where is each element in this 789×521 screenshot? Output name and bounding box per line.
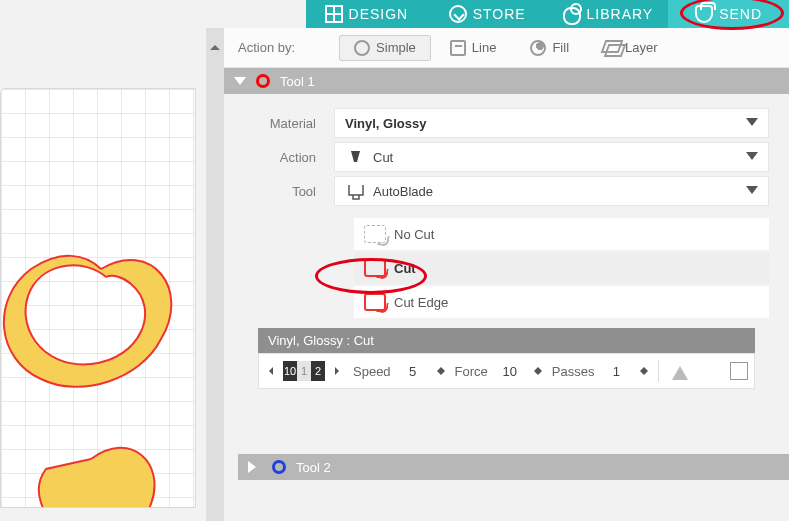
- divider: [658, 360, 659, 382]
- autoblade-icon: [345, 182, 367, 200]
- blade-next-icon[interactable]: [335, 367, 343, 375]
- seg-label: Line: [472, 40, 497, 55]
- passes-label: Passes: [552, 364, 595, 379]
- design-canvas[interactable]: [0, 88, 196, 508]
- force-label: Force: [455, 364, 488, 379]
- tab-label: LIBRARY: [587, 6, 654, 22]
- seg-label: Layer: [625, 40, 658, 55]
- tool2-title: Tool 2: [296, 460, 331, 475]
- blade-depth[interactable]: 10 1 2: [283, 361, 325, 381]
- speed-value[interactable]: 5: [399, 364, 427, 379]
- option-no-cut[interactable]: No Cut: [354, 218, 769, 250]
- tab-send[interactable]: SEND: [668, 0, 789, 28]
- tool-value: AutoBlade: [373, 184, 433, 199]
- tab-store[interactable]: STORE: [427, 0, 548, 28]
- material-value: Vinyl, Glossy: [345, 116, 426, 131]
- tool-color-icon: [272, 460, 286, 474]
- action-by-line[interactable]: Line: [435, 35, 512, 61]
- settings-bar: 10 1 2 Speed 5 Force 10 Passes 1: [258, 353, 755, 389]
- blade-seg: 10: [283, 361, 297, 381]
- tab-label: STORE: [473, 6, 526, 22]
- caret-up-icon: [534, 363, 542, 371]
- action-dropdown[interactable]: Cut: [334, 142, 769, 172]
- grid-icon: [325, 5, 343, 23]
- caret-up-icon: [640, 363, 648, 371]
- tool1-title: Tool 1: [280, 74, 315, 89]
- option-label: Cut Edge: [394, 295, 448, 310]
- speed-label: Speed: [353, 364, 391, 379]
- action-by-simple[interactable]: Simple: [339, 35, 431, 61]
- tab-design[interactable]: DESIGN: [306, 0, 427, 28]
- action-by-bar: Action by: Simple Line Fill Layer: [224, 28, 789, 68]
- caret-down-icon: [640, 371, 648, 379]
- blade-seg: 2: [311, 361, 325, 381]
- tool1-section: Material Vinyl, Glossy Action Cut Tool A…: [224, 94, 789, 393]
- action-by-fill[interactable]: Fill: [515, 35, 584, 61]
- line-icon: [450, 40, 466, 56]
- tool-dropdown[interactable]: AutoBlade: [334, 176, 769, 206]
- action-label: Action: [244, 150, 334, 165]
- passes-stepper[interactable]: [640, 363, 648, 379]
- tool1-header[interactable]: Tool 1: [224, 68, 789, 94]
- seg-label: Fill: [552, 40, 569, 55]
- tool-row: Tool AutoBlade: [244, 174, 769, 208]
- option-label: Cut: [394, 261, 416, 276]
- panel-gutter[interactable]: [206, 28, 224, 521]
- layer-icon: [603, 40, 619, 56]
- blade-prev-icon[interactable]: [265, 367, 273, 375]
- force-param: Force 10: [455, 363, 542, 379]
- tool-label: Tool: [244, 184, 334, 199]
- fill-icon: [530, 40, 546, 56]
- settings-title: Vinyl, Glossy : Cut: [258, 328, 755, 353]
- material-label: Material: [244, 116, 334, 131]
- force-stepper[interactable]: [534, 363, 542, 379]
- caret-up-icon: [437, 363, 445, 371]
- line-preview-icon[interactable]: [669, 362, 691, 380]
- tool-color-icon: [256, 74, 270, 88]
- caret-down-icon: [437, 371, 445, 379]
- speed-param: Speed 5: [353, 363, 445, 379]
- tool2-wrap: Tool 2: [238, 454, 789, 480]
- blade-seg: 1: [297, 361, 311, 381]
- send-icon: [695, 5, 713, 23]
- design-shape[interactable]: [0, 229, 191, 492]
- cut-edge-icon: [364, 293, 386, 311]
- passes-param: Passes 1: [552, 363, 649, 379]
- tool2-header[interactable]: Tool 2: [238, 454, 789, 480]
- action-value: Cut: [373, 150, 393, 165]
- action-by-label: Action by:: [238, 40, 295, 55]
- caret-down-icon: [534, 371, 542, 379]
- material-dropdown[interactable]: Vinyl, Glossy: [334, 108, 769, 138]
- cut-icon: [364, 259, 386, 277]
- speed-stepper[interactable]: [437, 363, 445, 379]
- option-cut-edge[interactable]: Cut Edge: [354, 286, 769, 318]
- tab-library[interactable]: LIBRARY: [548, 0, 669, 28]
- seg-label: Simple: [376, 40, 416, 55]
- option-cut[interactable]: Cut: [354, 252, 769, 284]
- option-label: No Cut: [394, 227, 434, 242]
- no-cut-icon: [364, 225, 386, 243]
- material-row: Material Vinyl, Glossy: [244, 106, 769, 140]
- tab-label: SEND: [719, 6, 762, 22]
- expand-icon: [248, 461, 262, 473]
- blade-pen-icon: [345, 149, 367, 165]
- main-tabs: DESIGN STORE LIBRARY SEND: [306, 0, 789, 28]
- action-by-layer[interactable]: Layer: [588, 35, 673, 61]
- store-icon: [449, 5, 467, 23]
- cloud-icon: [563, 7, 581, 25]
- circle-outline-icon: [354, 40, 370, 56]
- passes-value[interactable]: 1: [602, 364, 630, 379]
- cut-options: No Cut Cut Cut Edge: [354, 218, 769, 318]
- force-value[interactable]: 10: [496, 364, 524, 379]
- tab-label: DESIGN: [349, 6, 409, 22]
- collapse-icon: [234, 77, 246, 91]
- send-panel: Action by: Simple Line Fill Layer Tool 1…: [224, 28, 789, 521]
- action-row: Action Cut: [244, 140, 769, 174]
- color-swatch[interactable]: [730, 362, 748, 380]
